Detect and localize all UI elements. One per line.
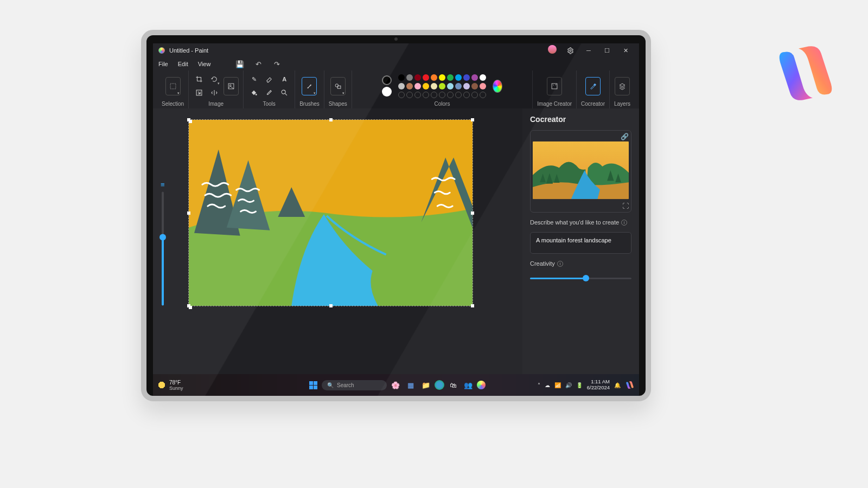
- taskbar-weather[interactable]: 78°F Sunny: [157, 380, 183, 391]
- store-icon[interactable]: 🛍: [446, 378, 459, 391]
- color-swatch[interactable]: [414, 83, 421, 89]
- color-swatch[interactable]: [406, 83, 413, 89]
- notifications-icon[interactable]: 🔔: [614, 382, 621, 388]
- link-icon[interactable]: 🔗: [533, 133, 629, 140]
- user-avatar-icon[interactable]: [548, 45, 557, 54]
- expand-icon[interactable]: ⛶: [533, 202, 629, 210]
- remove-background-icon[interactable]: [224, 77, 239, 95]
- ribbon-label-image: Image: [208, 101, 224, 107]
- color-swatch[interactable]: [423, 92, 429, 98]
- color-swatch[interactable]: [471, 83, 478, 89]
- tray-cloud-icon[interactable]: ☁: [545, 382, 550, 388]
- creativity-slider[interactable]: [530, 273, 631, 283]
- color-swatch[interactable]: [423, 83, 429, 89]
- prompt-input[interactable]: A mountain forest landscape: [530, 232, 631, 254]
- color-swatch[interactable]: [463, 74, 470, 81]
- menu-view[interactable]: View: [198, 61, 211, 67]
- tray-volume-icon[interactable]: 🔊: [565, 382, 572, 388]
- tray-chevron-icon[interactable]: ˄: [538, 382, 540, 388]
- crop-icon[interactable]: [193, 73, 205, 85]
- info-icon[interactable]: i: [621, 220, 627, 226]
- magnifier-icon[interactable]: [278, 87, 290, 99]
- taskbar-clock[interactable]: 1:11 AM 6/22/2024: [587, 379, 610, 391]
- brush-tool-icon[interactable]: ▾: [302, 77, 317, 95]
- tablet-device: Untitled - Paint ─ ☐ ✕ File Edit View 💾 …: [141, 30, 651, 401]
- search-placeholder: Search: [337, 382, 354, 388]
- pencil-icon[interactable]: ✎: [248, 73, 260, 85]
- eraser-icon[interactable]: [263, 73, 275, 85]
- close-button[interactable]: ✕: [617, 45, 634, 56]
- color-swatch[interactable]: [480, 74, 486, 81]
- tray-wifi-icon[interactable]: 📶: [554, 382, 561, 388]
- select-tool-icon[interactable]: ▾: [165, 77, 181, 95]
- layers-icon[interactable]: [615, 77, 630, 95]
- svg-point-0: [569, 49, 571, 51]
- tray-battery-icon[interactable]: 🔋: [576, 382, 583, 388]
- shapes-tool-icon[interactable]: ▾: [330, 77, 346, 95]
- rotate-icon[interactable]: ▾: [208, 73, 220, 85]
- menu-file[interactable]: File: [158, 61, 168, 67]
- color-picker-icon[interactable]: [263, 87, 275, 99]
- edge-icon[interactable]: [435, 380, 444, 390]
- taskbar-search[interactable]: 🔍 Search: [322, 380, 387, 390]
- color-swatch[interactable]: [431, 74, 437, 81]
- save-icon[interactable]: 💾: [235, 60, 244, 68]
- ribbon-group-selection: ▾ Selection: [157, 70, 189, 108]
- foreground-color[interactable]: [382, 75, 392, 85]
- menu-edit[interactable]: Edit: [178, 61, 188, 67]
- color-swatch[interactable]: [471, 74, 478, 81]
- color-swatch[interactable]: [480, 83, 486, 89]
- canvas[interactable]: [188, 119, 473, 306]
- color-swatch[interactable]: [414, 92, 421, 98]
- start-button[interactable]: [307, 378, 320, 391]
- color-swatch[interactable]: [455, 92, 462, 98]
- color-swatch[interactable]: [414, 74, 421, 81]
- color-swatch[interactable]: [439, 92, 445, 98]
- color-swatch[interactable]: [447, 92, 454, 98]
- color-swatch[interactable]: [398, 83, 405, 89]
- cocreator-icon[interactable]: [585, 77, 601, 95]
- color-swatch[interactable]: [463, 83, 470, 89]
- minimize-button[interactable]: ─: [580, 45, 597, 56]
- ribbon-label-tools: Tools: [263, 101, 275, 107]
- color-swatch[interactable]: [398, 92, 405, 98]
- color-swatch[interactable]: [423, 74, 429, 81]
- text-tool-icon[interactable]: A: [278, 73, 290, 85]
- color-swatch[interactable]: [447, 74, 454, 81]
- color-swatch[interactable]: [398, 74, 405, 81]
- weather-temp: 78°F: [169, 380, 183, 386]
- color-swatch[interactable]: [406, 92, 413, 98]
- widgets-icon[interactable]: ▦: [404, 378, 417, 391]
- resize-icon[interactable]: [193, 87, 205, 99]
- color-swatch[interactable]: [439, 74, 445, 81]
- maximize-button[interactable]: ☐: [599, 45, 615, 56]
- settings-gear-icon[interactable]: [562, 45, 578, 56]
- color-swatch[interactable]: [439, 83, 445, 89]
- info-icon[interactable]: i: [557, 261, 563, 267]
- flip-icon[interactable]: [208, 87, 220, 99]
- vertical-zoom-slider[interactable]: ≡: [161, 181, 165, 309]
- weather-condition: Sunny: [169, 386, 183, 391]
- background-color[interactable]: [382, 87, 392, 97]
- image-creator-icon[interactable]: [547, 77, 562, 95]
- creativity-label: Creativityi: [530, 260, 631, 267]
- color-swatch[interactable]: [455, 83, 462, 89]
- fill-icon[interactable]: [248, 87, 260, 99]
- teams-icon[interactable]: 👥: [462, 378, 475, 391]
- color-swatch[interactable]: [463, 92, 470, 98]
- color-swatch[interactable]: [406, 74, 413, 81]
- cocreator-preview[interactable]: 🔗: [530, 130, 631, 213]
- color-swatch[interactable]: [431, 83, 437, 89]
- copilot-taskbar-icon[interactable]: [625, 380, 635, 390]
- color-swatch[interactable]: [471, 92, 478, 98]
- color-swatch[interactable]: [447, 83, 454, 89]
- edit-colors-icon[interactable]: [493, 80, 502, 93]
- color-swatch[interactable]: [455, 74, 462, 81]
- file-explorer-icon[interactable]: 📁: [419, 378, 432, 391]
- task-view-icon[interactable]: 🌸: [389, 378, 402, 391]
- color-swatch[interactable]: [480, 92, 486, 98]
- color-swatch[interactable]: [431, 92, 437, 98]
- redo-icon[interactable]: ↷: [272, 60, 281, 68]
- undo-icon[interactable]: ↶: [254, 60, 263, 68]
- paint-taskbar-icon[interactable]: [477, 381, 486, 389]
